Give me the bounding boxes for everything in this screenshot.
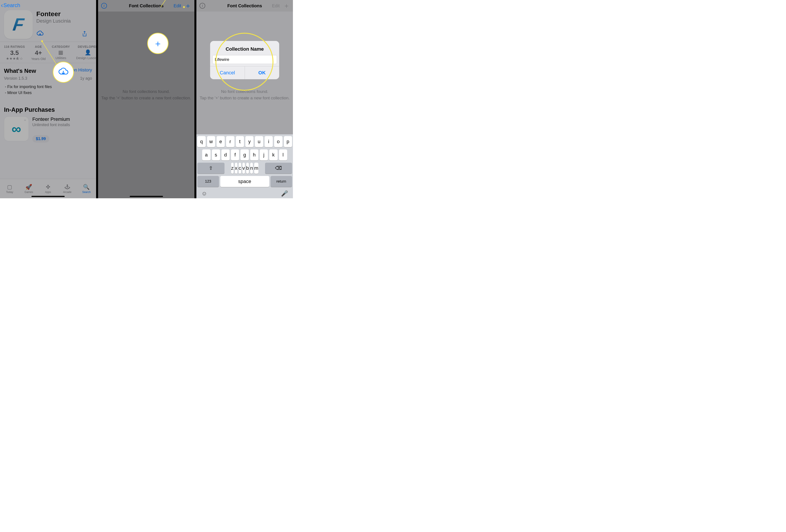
key-u[interactable]: u <box>255 136 263 147</box>
iap-desc: Unlimited font installs <box>32 123 70 127</box>
app-name: Fonteer <box>36 10 92 18</box>
key-e[interactable]: e <box>216 136 225 147</box>
plus-badge-icon: ＋ <box>23 118 27 123</box>
home-indicator[interactable] <box>130 196 163 197</box>
key-w[interactable]: w <box>207 136 215 147</box>
apps-icon: ✜ <box>46 184 50 190</box>
screen-title: Font Collections <box>98 3 194 8</box>
iap-price-button[interactable]: $1.99 <box>32 135 49 143</box>
key-q[interactable]: q <box>197 136 206 147</box>
key-m[interactable]: m <box>254 163 258 174</box>
callout-add: ＋ <box>147 33 168 54</box>
key-n[interactable]: n <box>250 163 253 174</box>
return-key[interactable]: return <box>271 176 292 187</box>
tab-search[interactable]: 🔍Search <box>77 179 96 198</box>
developer-icon: 👤 <box>85 49 91 55</box>
key-y[interactable]: y <box>245 136 254 147</box>
tab-arcade[interactable]: 🕹Arcade <box>57 179 77 198</box>
appstore-screen: ‹ Search F Fonteer Design Luscinia <box>0 0 96 198</box>
release-age: 1y ago <box>80 76 92 81</box>
back-label: Search <box>3 2 20 8</box>
tab-today[interactable]: ▢Today <box>0 179 19 198</box>
key-s[interactable]: s <box>212 149 220 161</box>
download-cloud-icon[interactable] <box>36 30 44 38</box>
keyboard[interactable]: qwertyuiop asdfghjkl ⇧ zxcvbnm ⌫ 123 spa… <box>196 134 293 198</box>
dictation-key[interactable]: 🎤 <box>281 190 288 197</box>
back-to-search[interactable]: ‹ Search <box>0 0 96 10</box>
key-t[interactable]: t <box>236 136 244 147</box>
screen-title: Font Collections <box>196 3 293 8</box>
app-metrics: 116 RATINGS 3.5 ★★★⯪☆ AGE 4+ Years Old C… <box>0 42 96 63</box>
collection-name-alert: Collection Name Cancel OK <box>210 41 279 79</box>
tab-apps[interactable]: ✜Apps <box>39 179 58 198</box>
release-notes: - Fix for importing font files - Minor U… <box>0 82 96 100</box>
key-z[interactable]: z <box>231 163 234 174</box>
key-k[interactable]: k <box>269 149 277 161</box>
tab-bar: ▢Today 🚀Games ✜Apps 🕹Arcade 🔍Search <box>0 179 96 198</box>
font-collections-naming: i Font Collections Edit ＋ No font collec… <box>196 0 293 198</box>
key-l[interactable]: l <box>279 149 287 161</box>
home-indicator[interactable] <box>31 196 65 197</box>
empty-state: No font collections found. Tap the '+' b… <box>98 89 194 101</box>
iap-section-title: In-App Purchases <box>4 106 92 113</box>
numbers-key[interactable]: 123 <box>197 176 219 187</box>
callout-download <box>53 62 74 83</box>
shift-key[interactable]: ⇧ <box>197 163 224 174</box>
iap-name: Fonteer Premium <box>32 116 70 122</box>
key-i[interactable]: i <box>264 136 273 147</box>
key-v[interactable]: v <box>242 163 245 174</box>
key-f[interactable]: f <box>231 149 239 161</box>
collection-name-input[interactable] <box>212 55 277 64</box>
iap-icon: ＋ ∞ <box>4 116 29 141</box>
emoji-key[interactable]: ☺ <box>201 190 207 197</box>
games-icon: 🚀 <box>25 184 32 190</box>
space-key[interactable]: space <box>220 176 269 187</box>
share-icon[interactable] <box>82 31 87 37</box>
ok-button[interactable]: OK <box>245 66 279 79</box>
search-icon: 🔍 <box>83 184 90 190</box>
app-icon: F <box>4 10 33 39</box>
key-d[interactable]: d <box>222 149 230 161</box>
infinity-icon: ∞ <box>12 121 21 137</box>
chevron-left-icon: ‹ <box>1 2 3 8</box>
key-j[interactable]: j <box>260 149 268 161</box>
arcade-icon: 🕹 <box>65 184 70 190</box>
key-r[interactable]: r <box>226 136 234 147</box>
empty-state: No font collections found. Tap the '+' b… <box>196 89 293 101</box>
category-icon: ▦ <box>58 49 63 55</box>
app-developer[interactable]: Design Luscinia <box>36 18 92 24</box>
alert-title: Collection Name <box>210 41 279 55</box>
cancel-button[interactable]: Cancel <box>210 66 245 79</box>
today-icon: ▢ <box>7 184 12 190</box>
key-b[interactable]: b <box>246 163 249 174</box>
key-a[interactable]: a <box>202 149 210 161</box>
key-h[interactable]: h <box>250 149 258 161</box>
key-p[interactable]: p <box>284 136 292 147</box>
star-rating-icon: ★★★⯪☆ <box>4 56 25 61</box>
whats-new-title: What's New <box>4 68 36 74</box>
font-collections-empty: i Font Collections Edit ＋ No font collec… <box>98 0 194 198</box>
key-g[interactable]: g <box>240 149 249 161</box>
tab-games[interactable]: 🚀Games <box>19 179 39 198</box>
key-c[interactable]: c <box>239 163 241 174</box>
key-o[interactable]: o <box>274 136 282 147</box>
key-x[interactable]: x <box>235 163 237 174</box>
backspace-key[interactable]: ⌫ <box>265 163 292 174</box>
version-label: Version 1.5.3 <box>4 76 27 81</box>
